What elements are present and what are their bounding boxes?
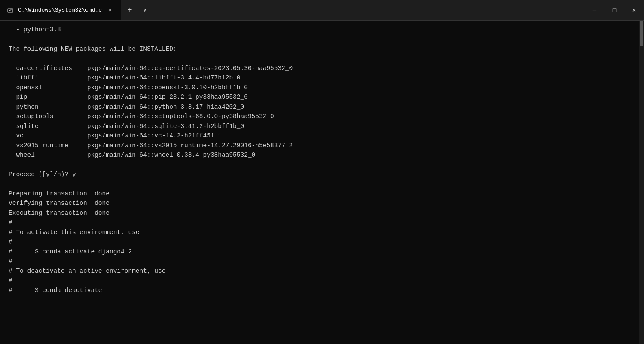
title-bar: C:\Windows\System32\cmd.e ✕ + ∨ ─ □ ✕ bbox=[0, 0, 644, 21]
new-tab-button[interactable]: + bbox=[121, 0, 138, 20]
tab-close-button[interactable]: ✕ bbox=[106, 6, 114, 14]
tab-title: C:\Windows\System32\cmd.e bbox=[18, 7, 102, 13]
terminal-output: - python=3.8 The following NEW packages … bbox=[0, 21, 644, 344]
tab-icon bbox=[7, 7, 14, 14]
scrollbar-thumb[interactable] bbox=[640, 21, 643, 46]
tab-dropdown-button[interactable]: ∨ bbox=[138, 0, 151, 20]
close-button[interactable]: ✕ bbox=[624, 0, 644, 20]
minimize-button[interactable]: ─ bbox=[585, 0, 604, 20]
title-bar-left: C:\Windows\System32\cmd.e ✕ + ∨ bbox=[0, 0, 585, 20]
window-controls: ─ □ ✕ bbox=[585, 0, 644, 20]
maximize-button[interactable]: □ bbox=[604, 0, 624, 20]
active-tab[interactable]: C:\Windows\System32\cmd.e ✕ bbox=[0, 0, 121, 20]
terminal-window: C:\Windows\System32\cmd.e ✕ + ∨ ─ □ ✕ - … bbox=[0, 0, 644, 344]
scrollbar[interactable] bbox=[639, 21, 644, 344]
